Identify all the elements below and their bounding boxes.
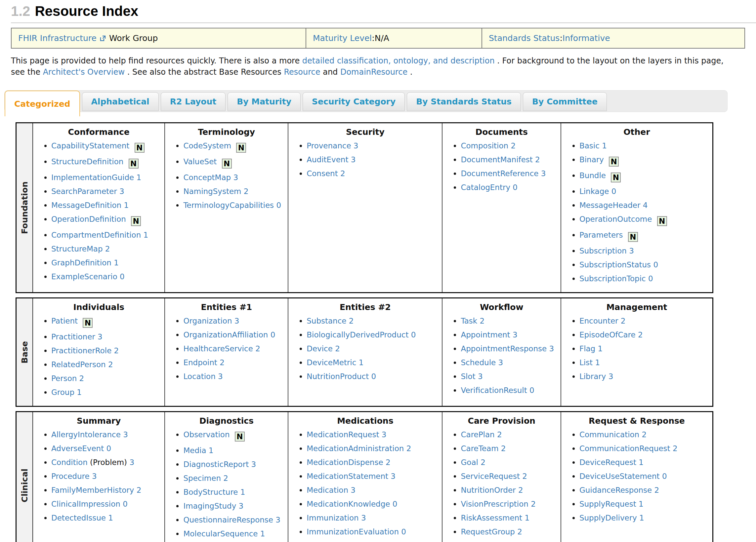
tab[interactable]: R2 Layout — [161, 92, 226, 111]
resource-link[interactable]: Location — [183, 372, 215, 381]
resource-link[interactable]: Basic — [579, 142, 600, 150]
maturity-level-number[interactable]: 2 — [654, 486, 659, 494]
maturity-level-number[interactable]: 0 — [648, 274, 653, 283]
resource-link[interactable]: DiagnosticReport — [183, 460, 249, 469]
resource-link[interactable]: GuidanceResponse — [579, 486, 652, 494]
maturity-level-link[interactable]: Maturity Level — [313, 33, 372, 43]
resource-link[interactable]: Appointment — [461, 330, 510, 339]
work-group-link[interactable]: FHIR Infrastructure — [18, 33, 97, 43]
resource-link[interactable]: RiskAssessment — [461, 514, 522, 522]
resource-link[interactable]: Communication — [579, 430, 639, 439]
maturity-level-number[interactable]: 2 — [340, 169, 345, 178]
resource-link[interactable]: MessageDefinition — [51, 201, 121, 210]
resource-link[interactable]: NutritionOrder — [461, 486, 516, 494]
resource-link[interactable]: CompartmentDefinition — [51, 231, 141, 239]
maturity-level-number[interactable]: 2 — [406, 444, 411, 453]
maturity-level-number[interactable]: 2 — [673, 444, 678, 453]
maturity-level-number[interactable]: 3 — [498, 358, 503, 367]
maturity-level-number[interactable]: 3 — [119, 187, 124, 196]
normative-badge[interactable]: N — [609, 157, 619, 167]
resource-link[interactable]: Immunization — [307, 514, 358, 522]
maturity-level-number[interactable]: 0 — [371, 372, 376, 381]
maturity-level-number[interactable]: 2 — [638, 330, 643, 339]
tab[interactable]: Categorized — [5, 91, 80, 116]
maturity-level-number[interactable]: 2 — [517, 527, 522, 536]
maturity-level-number[interactable]: 1 — [124, 201, 129, 210]
maturity-level-number[interactable]: 3 — [382, 430, 387, 439]
maturity-level-number[interactable]: 1 — [144, 231, 148, 239]
maturity-level-number[interactable]: 1 — [240, 488, 245, 496]
resource-link[interactable]: ImagingStudy — [183, 502, 236, 510]
maturity-level-number[interactable]: 3 — [549, 344, 554, 353]
resource-link[interactable]: DeviceUseStatement — [579, 472, 660, 480]
resource-link[interactable]: Device — [307, 344, 333, 353]
maturity-level-number[interactable]: 3 — [251, 460, 256, 469]
maturity-level-number[interactable]: 2 — [335, 344, 340, 353]
resource-link[interactable]: Encounter — [579, 316, 618, 325]
maturity-level-number[interactable]: 0 — [271, 330, 275, 339]
tab[interactable]: By Standards Status — [407, 92, 521, 111]
resource-link[interactable]: Condition — [51, 458, 88, 467]
maturity-level-number[interactable]: 0 — [120, 272, 125, 281]
resource-link[interactable]: OperationDefinition — [51, 215, 126, 224]
resource-link[interactable]: MolecularSequence — [183, 529, 258, 538]
maturity-level-number[interactable]: 2 — [621, 316, 626, 325]
resource-link[interactable]: ExampleScenario — [51, 272, 117, 281]
standards-status-value-link[interactable]: Informative — [563, 33, 610, 43]
maturity-level-number[interactable]: 0 — [123, 500, 128, 508]
maturity-level-number[interactable]: 0 — [276, 201, 281, 210]
resource-link[interactable]: Composition — [461, 142, 508, 150]
maturity-level-number[interactable]: 3 — [275, 516, 280, 524]
normative-badge[interactable]: N — [657, 216, 667, 226]
resource-link[interactable]: Group — [51, 388, 74, 396]
maturity-level-number[interactable]: 3 — [513, 330, 518, 339]
maturity-level-number[interactable]: 1 — [525, 514, 529, 522]
normative-badge[interactable]: N — [611, 173, 621, 183]
resource-link[interactable]: Medication — [307, 486, 348, 494]
maturity-level-number[interactable]: 2 — [137, 486, 142, 494]
maturity-level-number[interactable]: 3 — [92, 472, 97, 480]
resource-link[interactable]: FamilyMemberHistory — [51, 486, 134, 494]
maturity-level-number[interactable]: 3 — [351, 155, 356, 164]
resource-link[interactable]: Bundle — [579, 171, 606, 180]
maturity-level-number[interactable]: 2 — [114, 346, 119, 355]
resource-link[interactable]: Parameters — [579, 231, 623, 239]
resource-link[interactable]: MedicationKnowledge — [307, 500, 390, 508]
maturity-level-number[interactable]: 1 — [260, 529, 265, 538]
maturity-level-number[interactable]: 0 — [611, 187, 616, 196]
maturity-level-number[interactable]: 2 — [386, 458, 391, 467]
maturity-level-number[interactable]: 0 — [653, 261, 658, 269]
resource-link[interactable]: CodeSystem — [183, 142, 231, 150]
standards-status-link[interactable]: Standards Status — [489, 33, 560, 43]
resource-link[interactable]: DeviceRequest — [579, 458, 636, 467]
resource-link[interactable]: AuditEvent — [307, 155, 348, 164]
maturity-level-number[interactable]: 2 — [501, 444, 506, 453]
resource-link[interactable]: NutritionProduct — [307, 372, 369, 381]
tab[interactable]: Alphabetical — [82, 92, 159, 111]
resource-link[interactable]: PractitionerRole — [51, 346, 111, 355]
maturity-level-number[interactable]: 1 — [598, 344, 603, 353]
maturity-level-number[interactable]: 3 — [361, 514, 366, 522]
maturity-level-number[interactable]: 3 — [609, 372, 613, 381]
maturity-level-number[interactable]: 3 — [354, 142, 358, 150]
maturity-level-number[interactable]: 2 — [511, 142, 516, 150]
maturity-level-number[interactable]: 1 — [639, 458, 644, 467]
maturity-level-number[interactable]: 3 — [123, 430, 128, 439]
maturity-level-number[interactable]: 1 — [209, 446, 214, 455]
maturity-level-number[interactable]: 2 — [244, 187, 249, 196]
maturity-level-number[interactable]: 3 — [541, 169, 546, 178]
maturity-level-number[interactable]: 2 — [642, 430, 647, 439]
resource-link[interactable]: Consent — [307, 169, 338, 178]
resource-link[interactable]: DeviceMetric — [307, 358, 356, 367]
resource-link[interactable]: Library — [579, 372, 606, 381]
maturity-level-number[interactable]: 1 — [639, 500, 644, 508]
resource-link[interactable]: ClinicalImpression — [51, 500, 120, 508]
resource-link[interactable]: SupplyRequest — [579, 500, 636, 508]
maturity-level-number[interactable]: 2 — [220, 358, 225, 367]
maturity-level-number[interactable]: 3 — [218, 372, 223, 381]
resource-link[interactable]: CareTeam — [461, 444, 498, 453]
resource-link[interactable]: ImmunizationEvaluation — [307, 527, 399, 536]
resource-link[interactable]: EpisodeOfCare — [579, 330, 636, 339]
resource-link[interactable]: MedicationRequest — [307, 430, 379, 439]
normative-badge[interactable]: N — [135, 143, 145, 153]
